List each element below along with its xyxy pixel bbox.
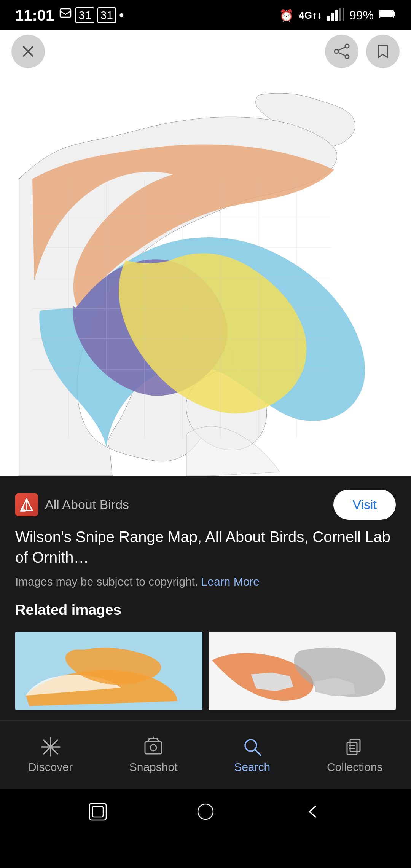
svg-rect-0 [60, 9, 71, 17]
snapshot-label: Snapshot [129, 761, 178, 774]
related-image-2[interactable] [209, 629, 396, 713]
svg-rect-2 [331, 13, 334, 21]
svg-line-14 [338, 47, 345, 50]
svg-line-42 [157, 739, 158, 740]
svg-point-13 [345, 55, 349, 59]
battery-icon [379, 9, 396, 22]
svg-point-12 [335, 49, 338, 53]
source-name: All About Birds [45, 497, 129, 512]
source-favicon [15, 493, 38, 516]
signal-bars [327, 7, 344, 24]
share-button[interactable] [325, 35, 358, 68]
bookmark-button[interactable] [366, 35, 400, 68]
svg-rect-5 [342, 8, 344, 21]
search-label: Search [234, 761, 270, 774]
visit-button[interactable]: Visit [333, 490, 396, 520]
close-button[interactable] [11, 35, 45, 68]
discover-icon [40, 736, 61, 758]
svg-rect-39 [145, 742, 162, 754]
svg-line-45 [255, 750, 261, 755]
svg-rect-8 [380, 11, 393, 17]
svg-point-11 [345, 44, 349, 48]
recents-button[interactable] [88, 802, 108, 822]
search-icon [242, 736, 263, 758]
collections-label: Collections [327, 761, 383, 774]
alarm-icon: ⏰ [279, 9, 293, 22]
system-nav-bar [0, 789, 411, 834]
learn-more-link[interactable]: Learn More [201, 575, 260, 588]
image-title: Wilson's Snipe Range Map, All About Bird… [15, 527, 396, 568]
nav-item-search[interactable]: Search [226, 732, 278, 777]
svg-line-15 [338, 53, 345, 56]
svg-marker-32 [20, 506, 26, 512]
home-button[interactable] [196, 802, 215, 822]
snapshot-icon [143, 736, 164, 758]
battery-level: 99% [349, 8, 374, 22]
nav-item-discover[interactable]: Discover [21, 732, 80, 777]
svg-rect-1 [327, 16, 330, 21]
notification-icon [59, 7, 72, 24]
copyright-text: Images may be subject to copyright. [15, 575, 198, 588]
bottom-nav: Discover Snapshot Search [0, 720, 411, 789]
svg-rect-7 [393, 12, 395, 16]
discover-label: Discover [28, 761, 73, 774]
svg-point-40 [150, 745, 156, 751]
svg-line-43 [149, 739, 150, 740]
svg-rect-50 [89, 803, 106, 820]
info-panel: All About Birds Visit Wilson's Snipe Ran… [0, 476, 411, 720]
status-time: 11:01 [15, 7, 54, 24]
svg-rect-52 [198, 804, 213, 819]
svg-rect-51 [92, 806, 103, 817]
copyright-row: Images may be subject to copyright. Lear… [15, 575, 396, 588]
related-image-1[interactable] [15, 629, 202, 713]
nav-item-snapshot[interactable]: Snapshot [122, 732, 185, 777]
source-row: All About Birds Visit [15, 490, 396, 520]
calendar-icon: 31 [75, 7, 94, 23]
top-action-bar [0, 30, 411, 72]
status-bar: 11:01 31 31 • ⏰ 4G↑↓ 99% [0, 0, 411, 30]
svg-rect-3 [335, 10, 338, 21]
svg-rect-4 [339, 8, 341, 21]
calendar2-icon: 31 [97, 7, 116, 23]
related-images-label: Related images [15, 602, 396, 618]
related-images-container [15, 629, 396, 713]
collections-icon [344, 736, 365, 758]
back-button[interactable] [303, 802, 323, 822]
network-icon: 4G↑↓ [299, 10, 322, 21]
nav-item-collections[interactable]: Collections [319, 732, 390, 777]
range-map [0, 72, 411, 476]
